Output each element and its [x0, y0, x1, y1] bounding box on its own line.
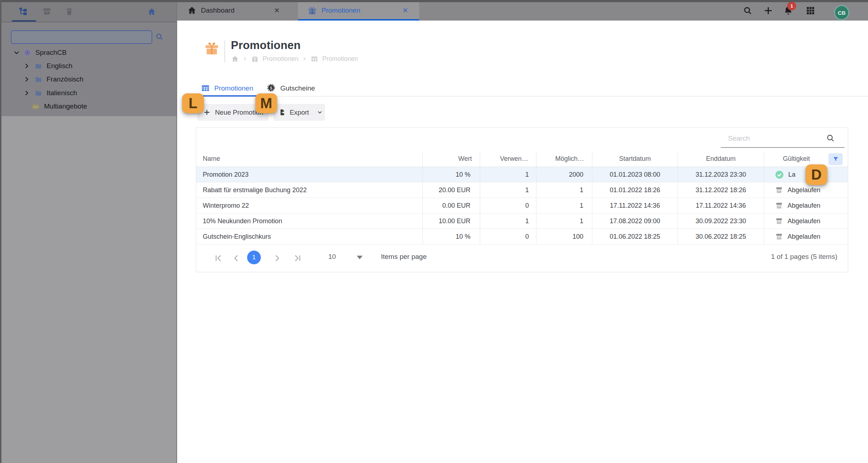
table-search-input[interactable]: [721, 134, 833, 143]
gift-icon: [307, 6, 317, 15]
tree-node-child[interactable]: Französisch: [0, 74, 177, 85]
filter-icon[interactable]: [828, 153, 843, 165]
chevron-right-icon[interactable]: [23, 62, 30, 70]
toolbar-active-underline: [12, 20, 36, 22]
promotions-table: Name Wert Verwen… Möglich… Startdatum En…: [196, 127, 848, 272]
window-left-edge: [0, 0, 1, 463]
tree-node-root[interactable]: SprachCB: [0, 47, 177, 58]
chevron-right-icon[interactable]: [23, 89, 30, 97]
tab-promotionen[interactable]: Promotionen: [298, 0, 419, 21]
cell-gueltigkeit: Abgelaufen: [764, 213, 848, 229]
sidebar-tree-panel: SprachCB Englisch: [0, 22, 177, 116]
user-avatar[interactable]: CB: [834, 5, 849, 20]
cell-moeglich: 100: [536, 229, 592, 244]
next-page-icon[interactable]: [272, 253, 282, 263]
cell-verwendungen: 1: [480, 182, 536, 198]
cell-verwendungen: 0: [480, 229, 536, 244]
search-icon[interactable]: [743, 6, 753, 16]
tree-node-child[interactable]: Italienisch: [0, 88, 177, 98]
first-page-icon[interactable]: [214, 253, 223, 263]
tree-search-icon[interactable]: [155, 32, 164, 41]
column-header-wert[interactable]: Wert: [423, 151, 480, 167]
grid-icon: [201, 84, 210, 93]
column-header-name[interactable]: Name: [196, 151, 423, 167]
sidebar-toolbar: [0, 0, 177, 22]
table-header-row: Name Wert Verwen… Möglich… Startdatum En…: [196, 151, 848, 167]
pagination-summary: 1 of 1 pages (5 items): [771, 253, 837, 261]
chevron-right-icon[interactable]: [23, 76, 30, 83]
cell-verwendungen: 1: [480, 167, 536, 182]
status-expired-icon: [775, 186, 783, 194]
tree-search-input[interactable]: [11, 30, 152, 44]
breadcrumb-grid-icon: [311, 55, 318, 63]
search-icon[interactable]: [826, 133, 835, 143]
folder-icon: [35, 76, 42, 83]
cell-wert: 10 %: [423, 229, 480, 244]
active-content-tab-underline: [196, 95, 261, 97]
tab-gutscheine[interactable]: $ Gutscheine: [267, 80, 325, 97]
tab-promotionen-content[interactable]: Promotionen: [201, 80, 261, 97]
table-row[interactable]: Rabatt für erstmalige Buchung 2022 20.00…: [196, 182, 848, 198]
export-button[interactable]: Export: [273, 104, 325, 121]
add-icon[interactable]: [763, 6, 773, 16]
table-row[interactable]: 10% Neukunden Promotion 10.00 EUR 1 1 17…: [196, 213, 848, 229]
sidebar: SprachCB Englisch: [0, 0, 177, 463]
current-page-button[interactable]: 1: [247, 251, 261, 264]
table-row[interactable]: Winterpromo 22 0.00 EUR 0 1 17.11.2022 1…: [196, 198, 848, 213]
column-header-enddatum[interactable]: Enddatum: [678, 151, 764, 167]
breadcrumb-home-icon[interactable]: [231, 55, 239, 63]
chevron-down-icon[interactable]: [13, 49, 20, 56]
cell-enddatum: 17.11.2022 14:36: [678, 198, 764, 213]
home-root-icon[interactable]: [147, 7, 157, 17]
tab-label: Promotionen: [214, 84, 253, 92]
annotation-badge-l: L: [182, 93, 204, 113]
target-radio-icon: [23, 49, 31, 57]
breadcrumb-item[interactable]: Promotionen: [263, 55, 298, 63]
table-search-area: [196, 128, 848, 151]
page-size-select[interactable]: 10: [328, 253, 336, 261]
archive-icon[interactable]: [42, 7, 52, 16]
voucher-dollar-icon: $: [267, 84, 276, 93]
cell-verwendungen: 0: [480, 198, 536, 213]
main-content: Promotionen Promotionen Promotionen: [177, 21, 868, 463]
tree-view-icon[interactable]: [19, 7, 28, 16]
page-title: Promotionen: [231, 39, 301, 52]
cell-gueltigkeit: Abgelaufen: [764, 229, 848, 244]
annotation-badge-d: D: [806, 164, 827, 185]
chevron-down-icon: [317, 109, 323, 115]
column-header-moeglich[interactable]: Möglich…: [536, 151, 592, 167]
cell-gueltigkeit: Abgelaufen: [764, 182, 848, 198]
cell-name: Rabatt für erstmalige Buchung 2022: [196, 182, 423, 198]
close-tab-icon[interactable]: [274, 7, 280, 13]
breadcrumb-gift-icon: [251, 55, 259, 63]
cell-moeglich: 1: [536, 213, 592, 229]
cell-name: Winterpromo 22: [196, 198, 423, 213]
apps-grid-icon[interactable]: [806, 6, 815, 16]
trash-icon[interactable]: [65, 7, 74, 16]
chevron-right-icon: [302, 57, 307, 61]
tab-dashboard[interactable]: Dashboard: [177, 0, 288, 21]
status-label: Abgelaufen: [788, 202, 820, 210]
home-icon: [187, 6, 197, 15]
svg-text:$: $: [270, 86, 272, 90]
cell-moeglich: 2000: [536, 167, 592, 182]
column-header-verwendungen[interactable]: Verwen…: [480, 151, 536, 167]
breadcrumb: Promotionen Promotionen: [231, 54, 358, 63]
export-file-icon: [279, 109, 286, 116]
tree-node-multiangebote[interactable]: Multiangebote: [0, 101, 177, 112]
tree-node-child[interactable]: Englisch: [0, 61, 177, 71]
cell-enddatum: 31.12.2022 18:26: [678, 182, 764, 198]
last-page-icon[interactable]: [293, 253, 302, 263]
gift-icon: [204, 40, 220, 56]
pagination-bar: 1 10 Items per page 1 of 1 pages (5 item…: [196, 244, 848, 272]
previous-page-icon[interactable]: [232, 253, 241, 263]
table-row[interactable]: Gutschein-Englischkurs 10 % 0 100 01.06.…: [196, 229, 848, 244]
cell-wert: 20.00 EUR: [423, 182, 480, 198]
column-header-startdatum[interactable]: Startdatum: [592, 151, 678, 167]
table-row[interactable]: Promotion 2023 10 % 1 2000 01.01.2023 08…: [196, 167, 848, 182]
window-top-edge: [0, 0, 868, 2]
status-label: La: [788, 171, 795, 178]
cell-gueltigkeit: Abgelaufen: [764, 198, 848, 213]
dropdown-caret-icon[interactable]: [357, 256, 363, 259]
close-tab-icon[interactable]: [402, 7, 408, 13]
